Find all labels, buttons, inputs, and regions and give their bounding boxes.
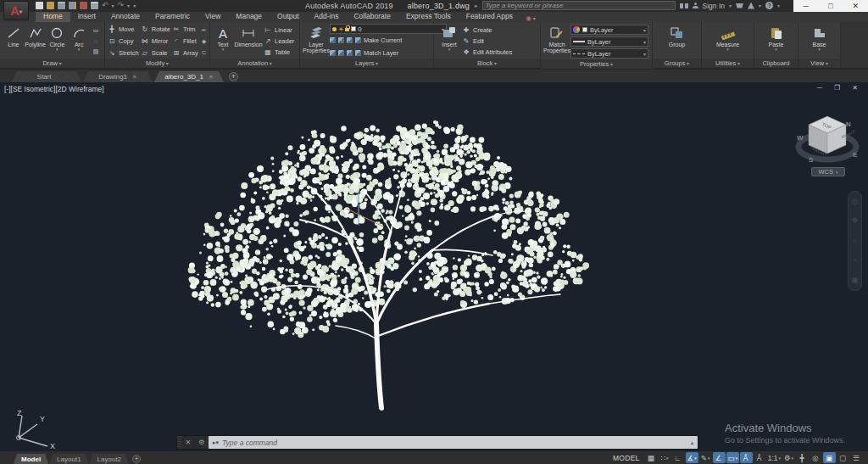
polyline-button[interactable]: Polyline <box>25 24 47 59</box>
match-properties-button[interactable]: Match Properties <box>543 24 570 59</box>
ribbon-tab[interactable]: Express Tools <box>398 11 459 22</box>
ribbon-tab[interactable]: Home <box>36 11 70 22</box>
infocenter-media-icon[interactable]: ◉ <box>526 14 536 22</box>
status-toggle[interactable]: ∡ ▾ <box>686 452 698 463</box>
compass-east[interactable]: E <box>853 151 858 159</box>
text-button[interactable]: A Text <box>213 24 233 59</box>
minimize-button[interactable]: ─ <box>798 2 815 10</box>
copy-button[interactable]: ⊡Copy <box>108 36 139 47</box>
open-file-icon[interactable] <box>47 2 54 9</box>
redo-caret-icon[interactable]: ▾ <box>127 3 130 8</box>
layer-tool-icon[interactable] <box>347 50 353 56</box>
sign-in-button[interactable]: Sign In <box>703 2 725 10</box>
layer-dropdown[interactable]: ☀ 0 ▾ <box>330 24 447 34</box>
color-dropdown-caret-icon[interactable]: ▾ <box>643 27 646 33</box>
status-toggle[interactable]: ▢ <box>837 452 849 463</box>
stretch-button[interactable]: ↘Stretch <box>108 48 139 59</box>
status-toggle[interactable]: ▭ ▾ <box>726 452 739 463</box>
layout-tab[interactable]: Layout1 <box>49 454 88 464</box>
status-toggle[interactable]: ◎ <box>810 452 822 463</box>
status-toggle[interactable]: ⚙ ▾ <box>782 452 795 463</box>
linetype-dropdown[interactable]: ByLayer ▾ <box>570 48 648 59</box>
undo-icon[interactable]: ↶ <box>102 2 108 9</box>
group-button[interactable]: Group <box>665 24 690 59</box>
model-space-label[interactable]: MODEL <box>613 454 640 462</box>
panel-label-layers[interactable]: Layers <box>300 59 433 68</box>
panel-label-clipboard[interactable]: Clipboard <box>754 59 798 68</box>
status-toggle[interactable]: 1:1 ▾ <box>767 452 782 463</box>
panel-label-modify[interactable]: Modify <box>105 59 209 68</box>
file-tab[interactable]: Drawing1✕ <box>83 71 153 82</box>
panel-label-draw[interactable]: Draw <box>0 59 104 68</box>
close-button[interactable]: ✕ <box>847 2 864 10</box>
panel-label-annotation[interactable]: Annotation <box>210 59 299 68</box>
layer-tool-icon[interactable] <box>355 50 361 56</box>
plot-icon[interactable] <box>80 2 87 9</box>
redo-icon[interactable]: ↷ <box>118 2 125 9</box>
trim-button[interactable]: ✂Trim <box>172 24 198 35</box>
array-button[interactable]: ⊞Array <box>172 48 198 59</box>
status-toggle[interactable]: ▦ <box>645 452 658 463</box>
rectangle-icon[interactable]: ▭ <box>92 27 100 34</box>
dimension-button[interactable]: Dimension <box>233 24 264 59</box>
showmotion-icon[interactable]: ▣ <box>851 277 859 284</box>
new-drawing-tab-button[interactable]: + <box>229 72 238 81</box>
ellipse-icon[interactable]: ◌ <box>92 38 100 44</box>
viewport-controls[interactable]: [-][SE Isometric][2D Wireframe] <box>4 85 104 93</box>
ribbon-tab[interactable]: Add-ins <box>307 11 347 22</box>
search-expand-icon[interactable]: ▸ <box>475 3 478 9</box>
status-toggle[interactable]: Å <box>754 452 766 463</box>
compass-north[interactable]: N <box>846 120 851 128</box>
layer-tool-icon[interactable] <box>355 37 361 43</box>
mirror-button[interactable]: ⋈Mirror <box>141 36 170 47</box>
circle-button[interactable]: Circle <box>47 24 69 59</box>
layer-tool-icon[interactable] <box>338 50 344 56</box>
status-toggle[interactable]: ▣ <box>823 452 836 463</box>
new-layout-button[interactable]: + <box>132 455 141 463</box>
layer-tool-icon[interactable] <box>338 37 344 43</box>
table-button[interactable]: ▦Table <box>264 47 294 58</box>
block-edit-button[interactable]: ✎Edit <box>462 36 512 47</box>
command-customize-icon[interactable]: ⚙ <box>198 439 204 446</box>
leader-button[interactable]: ↗Leader <box>264 36 294 47</box>
ribbon-tab[interactable]: Manage <box>228 11 270 22</box>
layer-tool-icon[interactable] <box>330 37 336 43</box>
file-tab-close-icon[interactable]: ✕ <box>209 74 214 81</box>
match-layer-button[interactable]: Match Layer <box>330 48 447 59</box>
ribbon-tab[interactable]: Featured Apps <box>459 11 520 22</box>
print-icon[interactable] <box>91 2 98 9</box>
make-current-button[interactable]: Make Current <box>330 35 447 46</box>
exchange-apps-icon[interactable] <box>748 3 754 9</box>
store-icon[interactable] <box>736 3 743 8</box>
help-caret-icon[interactable]: ▾ <box>777 3 780 8</box>
full-navigation-wheel-icon[interactable]: ◎ <box>852 198 859 205</box>
layout-tab[interactable]: Model <box>14 454 48 464</box>
layer-tool-icon[interactable] <box>330 50 336 56</box>
rotate-button[interactable]: ↻Rotate <box>141 24 170 35</box>
lineweight-dropdown[interactable]: ByLayer ▾ <box>570 36 648 47</box>
save-as-icon[interactable] <box>69 2 76 9</box>
ribbon-tab[interactable]: Parametric <box>147 11 198 22</box>
status-toggle[interactable]: ☰ <box>850 452 863 463</box>
object-color-dropdown[interactable]: ByLayer ▾ <box>570 25 648 35</box>
move-button[interactable]: ╋Move <box>108 24 139 35</box>
maximize-button[interactable]: □ <box>822 2 839 10</box>
base-button[interactable]: Base <box>807 24 832 59</box>
line-button[interactable]: Line <box>3 24 25 59</box>
scale-button[interactable]: ▱Scale <box>141 48 170 59</box>
status-toggle[interactable]: ∠ <box>713 452 726 463</box>
search-input[interactable] <box>482 1 676 10</box>
measure-button[interactable]: Measure <box>714 24 743 59</box>
status-toggle[interactable]: Å <box>740 452 753 463</box>
save-icon[interactable] <box>58 2 65 9</box>
layer-tool-icon[interactable] <box>347 37 353 43</box>
panel-label-utilities[interactable]: Utilities <box>702 59 754 68</box>
ribbon-tab[interactable]: Annotate <box>103 11 147 22</box>
status-toggle[interactable]: ∷ ▾ <box>659 452 671 463</box>
application-menu-button[interactable]: A▾ <box>3 1 29 20</box>
panel-label-groups[interactable]: Groups <box>653 59 701 68</box>
offset-icon[interactable]: ⊂ <box>200 49 209 56</box>
file-tab-close-icon[interactable]: ✕ <box>132 74 137 81</box>
compass-west[interactable]: W <box>797 134 804 142</box>
panel-label-properties[interactable]: Properties <box>541 59 652 69</box>
